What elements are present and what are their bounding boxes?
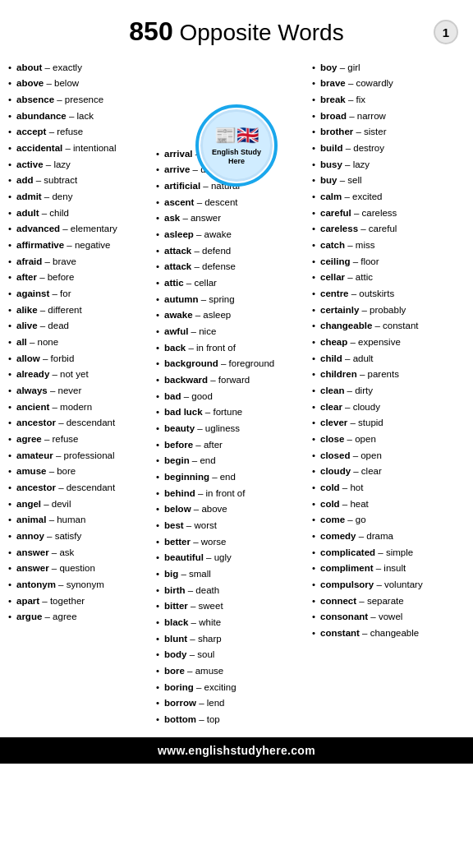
page-number: 1 — [434, 20, 458, 44]
list-item: best – worst — [156, 517, 305, 533]
list-item: awake – asleep — [156, 307, 305, 324]
list-item: agree – refuse — [8, 431, 149, 447]
list-item: attack – defend — [156, 242, 305, 259]
list-item: careful – careless — [312, 205, 453, 221]
list-item: body – soul — [156, 647, 305, 663]
logo-text-line1: English Study — [212, 148, 261, 157]
list-item: angel – devil — [8, 496, 149, 512]
list-item: affirmative – negative — [8, 237, 149, 253]
list-item: allow – forbid — [8, 350, 149, 367]
list-item: background – foreground — [156, 356, 305, 372]
list-item: about – exactly — [8, 59, 149, 76]
list-item: admit – deny — [8, 188, 149, 205]
list-item: break – fix — [312, 91, 453, 108]
list-item: come – go — [312, 512, 453, 529]
list-item: build – destroy — [312, 140, 453, 156]
list-item: before – after — [156, 436, 305, 453]
list-item: consonant – vowel — [312, 609, 453, 626]
list-item: cellar – attic — [312, 270, 453, 286]
list-item: behind – in front of — [156, 485, 305, 501]
list-item: cloudy – clear — [312, 464, 453, 480]
list-item: below – above — [156, 501, 305, 518]
list-item: amuse – bore — [8, 464, 149, 480]
list-item: complicated – simple — [312, 544, 453, 561]
list-item: afraid – brave — [8, 253, 149, 270]
list-item: blunt – sharp — [156, 630, 305, 647]
list-item: compliment – insult — [312, 561, 453, 577]
list-item: accept – refuse — [8, 124, 149, 141]
list-item: better – worse — [156, 533, 305, 550]
list-item: amateur – professional — [8, 447, 149, 464]
list-item: ancient – modern — [8, 399, 149, 415]
logo-inner: 📰🇬🇧 English Study Here — [200, 109, 273, 182]
list-item: busy – lazy — [312, 156, 453, 173]
list-item: argue – agree — [8, 609, 149, 626]
list-item: bore – amuse — [156, 663, 305, 680]
list-item: absence – presence — [8, 91, 149, 108]
list-item: cold – hot — [312, 479, 453, 496]
logo: 📰🇬🇧 English Study Here — [195, 104, 278, 187]
title-bold: 850 — [129, 16, 172, 46]
list-item: annoy – satisfy — [8, 528, 149, 544]
list-item: against – for — [8, 285, 149, 302]
footer-url: www.englishstudyhere.com — [158, 744, 315, 757]
list-item: beauty – ugliness — [156, 420, 305, 436]
title-rest: Opposite Words — [173, 20, 344, 45]
list-item: alive – dead — [8, 318, 149, 335]
list-item: attack – defense — [156, 259, 305, 275]
list-item: comedy – drama — [312, 528, 453, 544]
list-item: ancestor – descendant — [8, 479, 149, 496]
list-item: backward – forward — [156, 372, 305, 388]
list-item: brave – cowardly — [312, 76, 453, 92]
list-item: close – open — [312, 431, 453, 447]
column-left: about – exactlyabove – belowabsence – pr… — [5, 59, 153, 727]
list-item: beautiful – ugly — [156, 550, 305, 566]
list-item: already – not yet — [8, 367, 149, 383]
list-item: advanced – elementary — [8, 221, 149, 238]
list-item: antonym – synonym — [8, 577, 149, 593]
list-item: certainly – probably — [312, 302, 453, 318]
list-item: brother – sister — [312, 124, 453, 141]
list-item: after – before — [8, 270, 149, 286]
list-item: apart – together — [8, 593, 149, 609]
list-item: attic – cellar — [156, 275, 305, 291]
list-item: cold – heat — [312, 496, 453, 512]
list-item: bad luck – fortune — [156, 404, 305, 421]
list-item: asleep – awake — [156, 226, 305, 242]
list-item: cheap – expensive — [312, 334, 453, 350]
list-item: ceiling – floor — [312, 253, 453, 270]
logo-text-line2: Here — [228, 157, 245, 166]
list-item: answer – question — [8, 561, 149, 577]
list-item: back – in front of — [156, 339, 305, 356]
list-item: constant – changeable — [312, 626, 453, 642]
list-item: bottom – top — [156, 712, 305, 728]
list-item: clever – stupid — [312, 415, 453, 432]
list-item: big – small — [156, 566, 305, 582]
list-item: clean – dirty — [312, 382, 453, 399]
list-item: always – never — [8, 382, 149, 399]
page-header: 850 Opposite Words 1 — [0, 8, 473, 51]
list-item: answer – ask — [8, 544, 149, 561]
list-item: ancestor – descendant — [8, 415, 149, 432]
list-item: alike – different — [8, 302, 149, 318]
logo-icon: 📰🇬🇧 — [214, 125, 259, 146]
list-item: buy – sell — [312, 173, 453, 189]
list-item: compulsory – voluntary — [312, 577, 453, 593]
list-item: connect – separate — [312, 593, 453, 609]
list-item: borrow – lend — [156, 695, 305, 712]
list-item: catch – miss — [312, 237, 453, 253]
list-item: above – below — [8, 76, 149, 92]
column-right: boy – girlbrave – cowardlybreak – fixbro… — [309, 59, 457, 727]
list-item: children – parents — [312, 367, 453, 383]
right-word-list: boy – girlbrave – cowardlybreak – fixbro… — [312, 59, 453, 641]
list-item: bad – good — [156, 388, 305, 404]
list-item: all – none — [8, 334, 149, 350]
list-item: boring – exciting — [156, 679, 305, 695]
list-item: awful – nice — [156, 323, 305, 339]
list-item: bitter – sweet — [156, 598, 305, 615]
list-item: centre – outskirts — [312, 285, 453, 302]
page-title: 850 Opposite Words — [0, 16, 473, 47]
footer: www.englishstudyhere.com — [0, 737, 473, 764]
list-item: changeable – constant — [312, 318, 453, 335]
list-item: careless – careful — [312, 221, 453, 238]
